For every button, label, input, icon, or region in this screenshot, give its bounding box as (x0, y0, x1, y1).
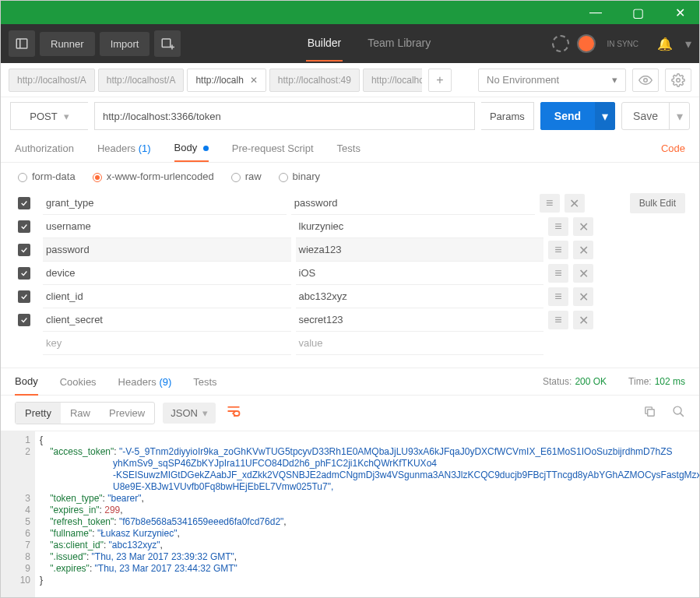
kv-key-input[interactable]: grant_type (43, 192, 287, 215)
radio-form-data-label: form-data (32, 171, 76, 182)
kv-key-input[interactable]: device (43, 262, 291, 285)
search-response-icon[interactable] (672, 405, 685, 422)
notifications-icon[interactable]: 🔔 (657, 37, 673, 51)
tab-headers[interactable]: Headers (1) (97, 135, 151, 161)
sidebar-toggle-button[interactable] (9, 30, 35, 57)
request-tab[interactable]: http://localhost:49 (269, 69, 360, 92)
builder-tab[interactable]: Builder (306, 26, 343, 62)
radio-form-data[interactable]: form-data (18, 171, 76, 182)
user-avatar[interactable] (577, 34, 596, 53)
request-tab[interactable]: http://localhost/A (9, 69, 95, 92)
chevron-down-icon: ▾ (64, 111, 69, 122)
row-checkbox[interactable] (18, 314, 30, 326)
status-label: Status: (543, 376, 572, 387)
environment-select[interactable]: No Environment ▾ (478, 69, 626, 92)
import-button[interactable]: Import (100, 32, 150, 56)
radio-raw[interactable]: raw (231, 171, 262, 182)
url-input[interactable]: http://localhost:3366/token (94, 102, 475, 130)
radio-urlencoded[interactable]: x-www-form-urlencoded (93, 171, 214, 182)
response-time: Time:102 ms (628, 376, 685, 387)
kv-key-input[interactable]: username (43, 215, 291, 238)
new-tab-button[interactable] (154, 30, 181, 57)
kv-key-input[interactable]: key (43, 332, 291, 355)
kv-value-input[interactable]: secret123 (296, 308, 544, 332)
view-pretty[interactable]: Pretty (16, 403, 61, 424)
add-request-tab-button[interactable]: + (428, 69, 452, 92)
svg-rect-0 (16, 39, 27, 48)
team-library-tab[interactable]: Team Library (366, 26, 432, 62)
sync-status-icon (552, 35, 569, 52)
resp-tab-tests[interactable]: Tests (193, 369, 216, 395)
kv-value-input[interactable]: iOS (296, 262, 544, 285)
row-delete-icon[interactable]: ✕ (573, 311, 593, 329)
row-reorder-icon[interactable]: ≡ (548, 264, 568, 283)
resp-tab-headers-label: Headers (118, 376, 157, 388)
request-tab[interactable]: http://localhost/A (98, 69, 185, 92)
close-window-button[interactable]: ✕ (668, 5, 691, 20)
view-raw[interactable]: Raw (61, 403, 100, 424)
wrap-lines-button[interactable] (223, 405, 244, 421)
kv-key-input[interactable]: password (43, 238, 291, 262)
resp-tab-cookies[interactable]: Cookies (60, 369, 97, 395)
row-delete-icon[interactable]: ✕ (573, 264, 593, 283)
send-dropdown-button[interactable]: ▾ (595, 102, 615, 130)
body-type-selector: form-data x-www-form-urlencoded raw bina… (1, 163, 699, 187)
tab-body[interactable]: Body (174, 135, 209, 162)
row-reorder-icon[interactable]: ≡ (548, 287, 568, 306)
format-select[interactable]: JSON ▾ (163, 403, 216, 424)
environment-settings-button[interactable] (665, 69, 691, 92)
request-section-tabs: Authorization Headers (1) Body Pre-reque… (1, 135, 699, 163)
kv-key-input[interactable]: client_secret (43, 308, 291, 332)
bulk-edit-button[interactable]: Bulk Edit (630, 193, 685, 213)
request-tab[interactable]: http://localh✕ (187, 69, 266, 92)
view-preview[interactable]: Preview (100, 403, 154, 424)
code-content[interactable]: { "access_token": "-V-5_9Tnm2diyyioIr9ka… (35, 431, 699, 597)
http-method-select[interactable]: POST ▾ (10, 102, 88, 130)
tab-tests[interactable]: Tests (337, 135, 361, 161)
row-checkbox[interactable] (18, 267, 30, 280)
save-button[interactable]: Save ▾ (621, 102, 690, 130)
tab-headers-label: Headers (97, 142, 135, 154)
params-button[interactable]: Params (481, 102, 534, 130)
row-reorder-icon[interactable]: ≡ (548, 217, 568, 236)
row-checkbox[interactable] (18, 197, 30, 209)
settings-dropdown-icon[interactable]: ▾ (685, 37, 691, 51)
save-dropdown-button[interactable]: ▾ (669, 103, 689, 129)
runner-button[interactable]: Runner (40, 32, 95, 56)
row-delete-icon[interactable]: ✕ (573, 241, 593, 259)
row-delete-icon[interactable]: ✕ (573, 217, 593, 236)
body-kv-editor: grant_typepassword≡✕Bulk Editusernamelku… (1, 187, 699, 363)
resp-tab-headers[interactable]: Headers (9) (118, 369, 172, 395)
kv-value-input[interactable]: abc132xyz (296, 285, 544, 308)
svg-point-9 (674, 406, 681, 414)
close-tab-icon[interactable]: ✕ (250, 75, 258, 86)
row-reorder-icon[interactable]: ≡ (540, 194, 560, 213)
tab-prerequest[interactable]: Pre-request Script (232, 135, 314, 161)
kv-value-input[interactable]: password (291, 192, 535, 215)
tab-authorization[interactable]: Authorization (15, 135, 74, 161)
send-button-label: Send (540, 102, 595, 130)
kv-value-input[interactable]: lkurzyniec (296, 215, 544, 238)
row-checkbox[interactable] (18, 244, 30, 256)
row-reorder-icon[interactable]: ≡ (548, 241, 568, 259)
radio-binary[interactable]: binary (279, 171, 320, 182)
kv-value-input[interactable]: value (296, 332, 544, 355)
copy-response-icon[interactable] (643, 405, 656, 422)
row-reorder-icon[interactable]: ≡ (548, 311, 568, 329)
response-body[interactable]: 12345678910 { "access_token": "-V-5_9Tnm… (1, 431, 699, 597)
request-tab[interactable]: http://localhost:49 (363, 69, 422, 92)
quick-look-button[interactable] (632, 69, 659, 92)
minimize-button[interactable]: — (584, 5, 607, 19)
row-delete-icon[interactable]: ✕ (573, 287, 593, 306)
row-checkbox[interactable] (18, 290, 30, 303)
send-button[interactable]: Send ▾ (540, 102, 615, 130)
code-link[interactable]: Code (661, 135, 685, 161)
kv-key-input[interactable]: client_id (43, 285, 291, 308)
row-delete-icon[interactable]: ✕ (565, 194, 585, 213)
maximize-button[interactable]: ▢ (626, 5, 649, 20)
svg-point-6 (677, 78, 681, 82)
response-tabs: Body Cookies Headers (9) Tests Status:20… (1, 368, 699, 396)
row-checkbox[interactable] (18, 220, 30, 233)
resp-tab-body[interactable]: Body (15, 368, 38, 396)
kv-value-input[interactable]: wieza123 (296, 238, 544, 262)
